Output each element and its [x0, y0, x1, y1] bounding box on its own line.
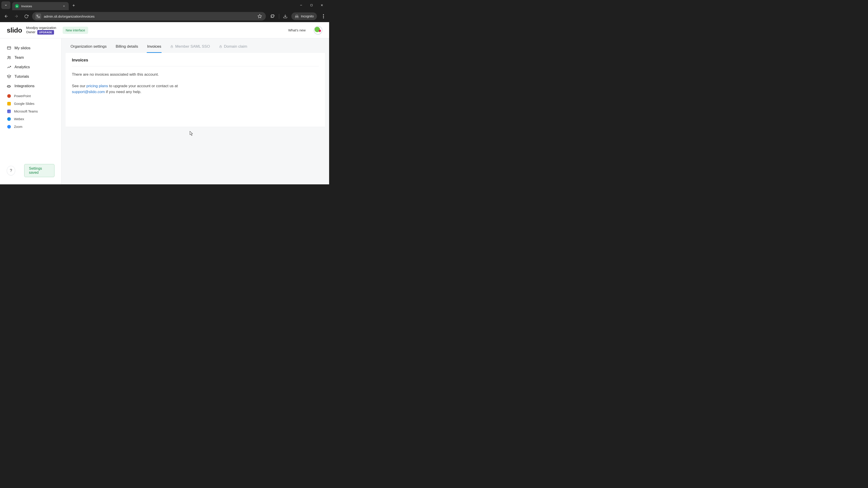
help-text-mid: to upgrade your account or contact us at — [108, 84, 178, 88]
bookmark-star-icon[interactable] — [257, 13, 263, 19]
extensions-icon[interactable] — [270, 13, 276, 19]
nav-back-icon[interactable] — [2, 12, 10, 20]
team-icon — [7, 55, 11, 60]
browser-titlebar: s Invoices — [0, 0, 329, 10]
svg-point-21 — [8, 56, 9, 58]
svg-point-17 — [323, 16, 324, 17]
svg-rect-23 — [171, 46, 173, 48]
help-button[interactable]: ? — [7, 166, 15, 175]
integration-microsoft-teams[interactable]: Microsoft Teams — [0, 107, 61, 115]
slidos-icon — [7, 46, 11, 51]
window-minimize-icon[interactable] — [298, 2, 304, 8]
window-controls — [298, 2, 329, 8]
app-body: My slidos Team Analytics Tutorials — [0, 38, 329, 184]
tab-label: Domain claim — [224, 44, 247, 49]
avatar[interactable] — [314, 26, 322, 35]
tab-organization-settings[interactable]: Organization settings — [70, 42, 107, 53]
invoices-empty-message: There are no invoices associated with th… — [72, 72, 319, 77]
tab-invoices[interactable]: Invoices — [147, 42, 162, 53]
window-close-icon[interactable] — [319, 2, 324, 8]
lock-icon — [170, 45, 174, 48]
integration-google-slides[interactable]: Google Slides — [0, 100, 61, 107]
integration-zoom[interactable]: Zoom — [0, 123, 61, 131]
sidebar-item-tutorials[interactable]: Tutorials — [0, 72, 61, 81]
microsoft-teams-icon — [7, 109, 11, 113]
integration-label: Google Slides — [14, 102, 34, 105]
whats-new-link[interactable]: What's new — [288, 28, 306, 32]
settings-tabs: Organization settings Billing details In… — [66, 38, 325, 53]
incognito-icon — [294, 14, 299, 18]
integration-label: Webex — [14, 117, 24, 121]
tab-search-button[interactable] — [1, 1, 10, 9]
new-tab-button[interactable] — [72, 4, 75, 7]
support-email-link[interactable]: support@slido.com — [72, 90, 105, 94]
browser-menu-icon[interactable] — [320, 13, 327, 20]
svg-point-16 — [323, 14, 324, 15]
window-maximize-icon[interactable] — [309, 2, 314, 8]
svg-point-22 — [9, 57, 10, 58]
invoices-panel: Invoices There are no invoices associate… — [66, 53, 325, 127]
org-role: Owner — [26, 30, 35, 34]
sidebar-item-label: Integrations — [14, 84, 35, 88]
panel-title: Invoices — [72, 58, 319, 66]
slido-logo[interactable]: slido — [7, 26, 22, 34]
integration-label: Zoom — [14, 125, 22, 129]
integration-label: PowerPoint — [14, 94, 31, 98]
webex-icon — [7, 117, 11, 121]
sidebar-item-integrations[interactable]: Integrations — [0, 81, 61, 91]
zoom-icon — [7, 125, 11, 129]
sidebar-item-my-slidos[interactable]: My slidos — [0, 43, 61, 53]
settings-saved-toast: Settings saved — [24, 164, 55, 177]
tab-billing-details[interactable]: Billing details — [115, 42, 138, 53]
tab-saml-sso[interactable]: Member SAML SSO — [170, 42, 210, 53]
integration-powerpoint[interactable]: PowerPoint — [0, 92, 61, 100]
org-block: Moodjoy organization Owner UPGRADE — [26, 26, 56, 35]
integrations-icon — [7, 84, 11, 88]
svg-rect-11 — [38, 17, 39, 18]
sidebar-item-label: Tutorials — [14, 74, 29, 79]
svg-marker-14 — [258, 14, 262, 18]
svg-rect-10 — [37, 15, 38, 16]
sidebar-item-label: Analytics — [14, 65, 30, 69]
pricing-plans-link[interactable]: pricing plans — [86, 84, 108, 88]
site-info-icon[interactable] — [35, 13, 41, 19]
sidebar-item-label: My slidos — [14, 46, 31, 51]
toolbar-right: Incognito — [268, 12, 327, 20]
tab-title: Invoices — [21, 4, 60, 8]
app-root: slido Moodjoy organization Owner UPGRADE… — [0, 22, 329, 184]
tutorials-icon — [7, 74, 11, 79]
main-content: Organization settings Billing details In… — [61, 38, 329, 184]
app-header: slido Moodjoy organization Owner UPGRADE… — [0, 22, 329, 38]
svg-point-18 — [323, 18, 324, 18]
sidebar-item-analytics[interactable]: Analytics — [0, 62, 61, 72]
svg-rect-24 — [220, 46, 221, 48]
upgrade-badge[interactable]: UPGRADE — [37, 30, 54, 35]
sidebar: My slidos Team Analytics Tutorials — [0, 38, 61, 184]
invoices-help-text: See our pricing plans to upgrade your ac… — [72, 83, 230, 95]
nav-reload-icon[interactable] — [22, 12, 30, 20]
sidebar-item-label: Team — [14, 55, 24, 60]
downloads-icon[interactable] — [282, 13, 288, 19]
incognito-indicator[interactable]: Incognito — [291, 12, 317, 20]
tab-close-icon[interactable] — [62, 4, 66, 8]
google-slides-icon — [7, 102, 11, 105]
lock-icon — [219, 45, 222, 48]
browser-tab[interactable]: s Invoices — [12, 2, 69, 10]
org-name: Moodjoy organization — [26, 26, 56, 30]
sidebar-item-team[interactable]: Team — [0, 53, 61, 62]
address-bar[interactable]: admin.sli.do/organization/invoices — [32, 12, 266, 21]
browser-toolbar: admin.sli.do/organization/invoices Incog… — [0, 10, 329, 22]
incognito-label: Incognito — [301, 14, 314, 18]
help-text-prefix: See our — [72, 84, 86, 88]
integration-webex[interactable]: Webex — [0, 115, 61, 123]
tab-label: Member SAML SSO — [175, 44, 210, 49]
powerpoint-icon — [7, 94, 11, 98]
nav-forward-icon[interactable] — [12, 12, 20, 20]
url-text: admin.sli.do/organization/invoices — [44, 14, 254, 18]
help-text-suffix: if you need any help. — [105, 90, 142, 94]
tab-favicon: s — [15, 4, 19, 8]
new-interface-chip[interactable]: New interface — [63, 27, 88, 34]
integration-label: Microsoft Teams — [14, 109, 38, 113]
svg-rect-5 — [311, 4, 312, 6]
tab-domain-claim[interactable]: Domain claim — [219, 42, 248, 53]
